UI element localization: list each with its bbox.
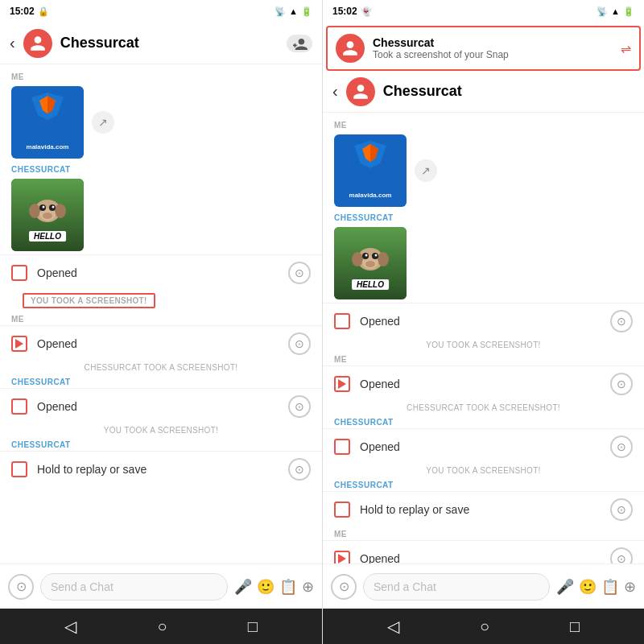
sender-me-2-left: ME: [0, 312, 322, 325]
chat-row-play-2-right: Opened ⊙: [323, 540, 644, 564]
status-bar-left: 15:02 🔒 📡 ▲ 🔋: [0, 0, 322, 23]
status-bar-right: 15:02 👻 📡 ▲ 🔋: [323, 0, 644, 23]
play-triangle-1-right: [338, 379, 346, 389]
input-camera-btn-left[interactable]: ⊙: [8, 574, 34, 600]
cast-icon-right: 📡: [597, 6, 608, 17]
wifi-icon: ▲: [289, 6, 298, 16]
input-placeholder-right: Send a Chat: [374, 580, 436, 593]
add-friend-button-left[interactable]: [287, 35, 312, 52]
nav-recent-right[interactable]: □: [570, 617, 580, 636]
chat-row-opened-1-right: Opened ⊙: [323, 303, 644, 338]
svg-point-6: [55, 204, 66, 218]
notification-banner-right[interactable]: Chessurcat Took a screenshot of your Sna…: [326, 26, 641, 71]
notif-text-right: Chessurcat Took a screenshot of your Sna…: [373, 36, 613, 60]
chat-row-play-1-right: Opened ⊙: [323, 365, 644, 401]
camera-icon-2-right[interactable]: ⊙: [610, 373, 633, 395]
camera-icon-4-left[interactable]: ⊙: [288, 458, 311, 481]
malavida-text-right: malavida.com: [349, 192, 392, 199]
camera-icon-5-right[interactable]: ⊙: [610, 547, 633, 564]
input-camera-btn-right[interactable]: ⊙: [331, 574, 357, 600]
nav-recent-left[interactable]: □: [248, 617, 258, 636]
chat-row-replay-left: Hold to replay or save ⊙: [0, 451, 322, 486]
header-username-left: Chessurcat: [60, 35, 279, 52]
battery-icon: 🔋: [301, 6, 312, 17]
chat-row-opened-2-left: Opened ⊙: [0, 388, 322, 423]
back-button-right[interactable]: ‹: [332, 82, 338, 101]
svg-point-19: [378, 252, 389, 266]
plus-icon-right[interactable]: ⊕: [624, 578, 636, 596]
svg-point-12: [43, 213, 52, 219]
chat-row-text-2-left: Opened: [37, 400, 288, 413]
share-arrow-right[interactable]: ↗: [415, 159, 437, 182]
screenshot-row-left: YOU TOOK A SCREENSHOT!: [0, 290, 322, 312]
sender-me-2-right: ME: [323, 352, 644, 365]
nav-bar-right: ◁ ○ □: [323, 609, 644, 644]
monkey-snap-left[interactable]: HELLO: [0, 175, 322, 254]
monkey-snap-right[interactable]: HELLO: [323, 224, 644, 303]
snap-malavida-right[interactable]: malavida.com ↗: [323, 131, 644, 210]
nav-back-left[interactable]: ◁: [64, 617, 76, 636]
snap-square-icon-3-right: [334, 502, 350, 518]
sender-chessurcat-2-left: CHESSURCAT: [0, 374, 322, 388]
screenshot-icon-right: ⇌: [621, 41, 631, 56]
play-triangle-1-left: [15, 339, 23, 349]
chat-row-text-1-left: Opened: [37, 266, 288, 279]
back-button-left[interactable]: ‹: [10, 34, 15, 52]
svg-point-18: [352, 252, 363, 266]
play-icon-1-right: [334, 376, 350, 392]
mic-icon-left[interactable]: 🎤: [234, 578, 252, 596]
chat-row-opened-1-left: Opened ⊙: [0, 254, 322, 290]
wifi-icon-right: ▲: [611, 6, 620, 16]
chat-input-bar-right: ⊙ Send a Chat 🎤 🙂 📋 ⊕: [323, 564, 644, 609]
malavida-thumb-right: malavida.com: [334, 134, 407, 207]
panel-left: 15:02 🔒 📡 ▲ 🔋 ‹ Chessurcat ME: [0, 0, 322, 644]
camera-icon-4-right[interactable]: ⊙: [610, 498, 633, 521]
hold-replay-text-right: Hold to replay or save: [360, 503, 610, 516]
plus-icon-left[interactable]: ⊕: [302, 578, 314, 596]
sender-chessurcat-3-right: CHESSURCAT: [323, 477, 644, 491]
play-icon-2-right: [334, 551, 350, 564]
snap-square-icon-1-left: [11, 265, 27, 281]
sender-chessurcat-1: CHESSURCAT: [0, 162, 322, 175]
monkey-bg-right: HELLO: [334, 227, 407, 299]
camera-icon-1-left[interactable]: ⊙: [288, 262, 311, 284]
hello-label-right: HELLO: [352, 279, 389, 290]
svg-point-10: [43, 205, 45, 208]
snap-malavida-left[interactable]: malavida.com ↗: [0, 83, 322, 162]
chat-text-input-left[interactable]: Send a Chat: [40, 573, 228, 601]
nav-bar-left: ◁ ○ □: [0, 609, 322, 644]
snap-square-icon-2-right: [334, 439, 350, 455]
nav-home-right[interactable]: ○: [480, 617, 489, 636]
camera-icon-2-left[interactable]: ⊙: [288, 332, 311, 355]
svg-point-5: [29, 204, 40, 218]
sticker-icon-right[interactable]: 📋: [601, 578, 619, 596]
chat-row-text-2-right: Opened: [360, 440, 610, 453]
chat-row-play-text-1-right: Opened: [360, 378, 610, 390]
camera-icon-3-left[interactable]: ⊙: [288, 395, 311, 418]
screenshot-notice-highlighted-left: YOU TOOK A SCREENSHOT!: [23, 293, 155, 308]
nav-back-right[interactable]: ◁: [387, 617, 399, 636]
emoji-icon-left[interactable]: 🙂: [257, 578, 275, 596]
status-icons-right: 📡 ▲ 🔋: [597, 6, 634, 17]
camera-icon-1-right[interactable]: ⊙: [610, 310, 633, 332]
nav-home-left[interactable]: ○: [157, 617, 167, 636]
sticker-icon-left[interactable]: 📋: [279, 578, 297, 596]
hold-replay-text-left: Hold to replay or save: [37, 463, 288, 476]
svg-point-23: [365, 254, 368, 256]
malavida-svg-right: [346, 134, 394, 175]
camera-icon-3-right[interactable]: ⊙: [610, 436, 633, 458]
mic-icon-right[interactable]: 🎤: [556, 578, 574, 596]
share-arrow-left[interactable]: ↗: [92, 111, 114, 134]
chat-area-left: ME malavida.com ↗ CHESSURCAT: [0, 64, 322, 564]
emoji-icon-right[interactable]: 🙂: [579, 578, 597, 596]
snapchat-icon: 👻: [361, 6, 372, 17]
play-triangle-2-right: [338, 554, 346, 564]
svg-point-25: [365, 261, 375, 267]
svg-point-24: [375, 254, 378, 256]
play-icon-1-left: [11, 336, 27, 352]
chat-text-input-right[interactable]: Send a Chat: [363, 573, 550, 601]
snap-square-icon-1-right: [334, 313, 350, 329]
sender-me-3-right: ME: [323, 526, 644, 540]
chat-header-right: ‹ Chessurcat: [323, 71, 644, 113]
sender-me-1: ME: [0, 69, 322, 83]
